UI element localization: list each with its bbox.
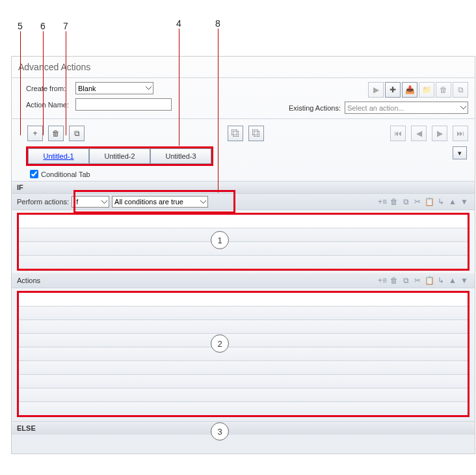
move-down-icon[interactable]: ▼	[459, 275, 469, 286]
last-decision-icon: ⏭	[453, 126, 468, 141]
duplicate-icon: ⧉	[453, 82, 468, 98]
paste-row-icon[interactable]: 📋	[424, 275, 434, 286]
tab-untitled-3[interactable]: Untitled-3	[150, 148, 211, 164]
action-name-label: Action Name:	[26, 101, 75, 109]
advanced-actions-dialog: Advanced Actions Create from: Blank Acti…	[11, 56, 475, 454]
callout-8: 8	[215, 18, 220, 29]
delete-row-icon[interactable]: 🗑	[389, 275, 399, 286]
copy-row-icon[interactable]: ⧉	[401, 197, 411, 207]
cut-row-icon[interactable]: ✂	[412, 197, 423, 207]
callout-line	[179, 29, 179, 146]
create-from-label: Create from:	[26, 85, 75, 92]
perform-if-select[interactable]: If	[72, 196, 109, 208]
duplicate-decision-button[interactable]: ⧉	[69, 126, 85, 141]
insert-row-icon[interactable]: ↳	[436, 275, 446, 286]
action-name-input[interactable]	[75, 98, 172, 111]
copy-row-icon[interactable]: ⧉	[401, 275, 411, 286]
else-section-header[interactable]: ELSE	[12, 421, 475, 435]
import-button[interactable]: 📥	[402, 82, 417, 98]
callout-4: 4	[176, 18, 181, 29]
prev-decision-icon: ◀	[411, 126, 427, 141]
perform-condition-select[interactable]: All conditions are true	[112, 196, 208, 208]
add-action-button[interactable]: ✚	[385, 82, 401, 98]
conditional-tab-label: Conditional Tab	[41, 170, 90, 178]
decision-tabs: Untitled-1 Untitled-2 Untitled-3	[26, 146, 213, 166]
actions-section-header: Actions	[17, 277, 40, 284]
first-decision-icon: ⏮	[390, 126, 406, 141]
dialog-title: Advanced Actions	[12, 57, 475, 78]
move-up-icon[interactable]: ▲	[447, 275, 458, 286]
if-section-header: IF	[12, 181, 475, 194]
paste-row-icon[interactable]: 📋	[424, 197, 434, 207]
copy-action-button[interactable]: ⿻	[228, 126, 243, 141]
perform-actions-label: Perform actions:	[17, 198, 69, 206]
callout-line	[20, 31, 21, 135]
move-down-icon[interactable]: ▼	[459, 197, 469, 207]
preview-icon: ▶	[368, 82, 384, 98]
callout-3: 3	[211, 422, 229, 441]
callout-1: 1	[211, 231, 229, 249]
folder-icon: 📁	[419, 82, 434, 98]
tab-untitled-1[interactable]: Untitled-1	[28, 148, 89, 164]
callout-line	[66, 31, 66, 135]
insert-row-icon[interactable]: ↳	[436, 197, 446, 207]
callout-6: 6	[40, 21, 46, 31]
existing-actions-label: Existing Actions:	[289, 104, 341, 112]
actions-grid[interactable]	[17, 291, 469, 417]
tabs-dropdown-button[interactable]: ▾	[453, 146, 467, 159]
callout-line	[218, 29, 218, 193]
existing-actions-select[interactable]: Select an action...	[345, 102, 468, 114]
conditional-tab-checkbox[interactable]	[30, 170, 38, 178]
conditions-grid[interactable]	[17, 213, 469, 271]
paste-action-button[interactable]: ⿻	[248, 126, 264, 141]
delete-row-icon[interactable]: 🗑	[389, 197, 399, 207]
cut-row-icon[interactable]: ✂	[412, 275, 423, 286]
add-row-icon[interactable]: +≡	[377, 197, 388, 207]
delete-icon: 🗑	[436, 82, 451, 98]
move-up-icon[interactable]: ▲	[447, 197, 458, 207]
callout-2: 2	[211, 334, 229, 353]
create-from-select[interactable]: Blank	[75, 82, 153, 94]
next-decision-icon: ▶	[432, 126, 447, 141]
callout-line	[43, 31, 44, 135]
callout-5: 5	[18, 21, 23, 31]
add-row-icon[interactable]: +≡	[377, 275, 388, 286]
add-decision-button[interactable]: +	[27, 126, 43, 141]
tab-untitled-2[interactable]: Untitled-2	[89, 148, 150, 164]
callout-7: 7	[63, 21, 68, 31]
delete-decision-button[interactable]: 🗑	[48, 126, 64, 141]
